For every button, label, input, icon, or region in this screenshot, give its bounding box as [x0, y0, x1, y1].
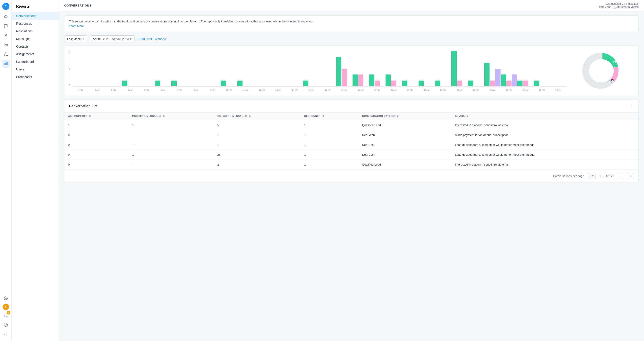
cell-assignments: 0 [64, 140, 129, 150]
cell-responses: 1 [301, 130, 358, 140]
y-label-6: 6 [69, 51, 70, 53]
cell-category: Qualified Lead [358, 120, 451, 130]
x-label: 27 Apr [501, 89, 517, 91]
nav-icon-settings[interactable] [2, 294, 10, 303]
bar-group [89, 51, 105, 86]
x-label: 3 Apr [106, 89, 122, 91]
bar-group [303, 51, 319, 86]
sidebar-item-users[interactable]: Users [12, 65, 58, 73]
svg-rect-4 [6, 55, 8, 56]
x-label: 25 Apr [468, 89, 484, 91]
bar-group [221, 51, 237, 86]
x-label: 1 Apr [72, 89, 89, 91]
user-avatar[interactable]: Y [3, 304, 9, 310]
svg-rect-3 [4, 55, 5, 56]
prev-page-button[interactable]: ‹ [618, 173, 624, 179]
learn-more-link[interactable]: Learn More [69, 24, 84, 27]
cell-outgoing_messages: 2 [214, 160, 301, 170]
cell-summary: Lead decided that a competitor would bet… [451, 150, 638, 160]
sidebar-item-broadcasts[interactable]: Broadcasts [12, 73, 58, 81]
bar-teal [517, 80, 522, 87]
x-label: 18 Apr [352, 89, 369, 91]
cell-assignments: 0 [64, 160, 129, 170]
sidebar-item-conversations[interactable]: Conversations [12, 12, 58, 20]
col-outgoing[interactable]: OUTGOING MESSAGES ⇅ [214, 112, 301, 120]
description-text: This report helps to gain insights into … [69, 20, 313, 23]
cell-responses: 1 [301, 160, 358, 170]
content-area: This report helps to gain insights into … [59, 11, 644, 187]
sidebar-title: Reports [12, 3, 58, 12]
bar-teal [352, 74, 358, 86]
next-page-button[interactable]: › [628, 173, 634, 179]
nav-icon-contacts[interactable] [2, 31, 10, 39]
bar-teal [402, 80, 407, 87]
chart-bars [72, 51, 566, 87]
x-label: 12 Apr [254, 89, 270, 91]
bar-group [171, 51, 188, 86]
bar-group [402, 51, 418, 86]
date-chevron-icon: ▾ [130, 37, 132, 41]
sidebar-item-messages[interactable]: Messages [12, 35, 58, 43]
per-page-select[interactable]: 5 ▾ [588, 173, 596, 179]
y-label-0: 0 [69, 84, 70, 87]
bar-teal [484, 63, 490, 86]
table-row[interactable]: 0—11Deal WonMade payment for an annual s… [64, 130, 638, 140]
bar-group [287, 51, 303, 86]
clear-all-button[interactable]: Clear All [155, 37, 166, 41]
bar-group [468, 51, 484, 86]
sidebar-item-resolutions[interactable]: Resolutions [12, 27, 58, 35]
sidebar-item-leaderboard[interactable]: Leaderboard [12, 58, 58, 65]
cell-assignments: 1 [64, 120, 129, 130]
add-filter-button[interactable]: + Add Filter [137, 37, 152, 41]
bar-group [435, 51, 451, 86]
svg-text:29.3%: 29.3% [613, 61, 620, 63]
x-label: 7 Apr [171, 89, 188, 91]
sidebar-item-assignments[interactable]: Assignments [12, 50, 58, 58]
sidebar-item-responses[interactable]: Responses [12, 20, 58, 27]
sort-icon-responses: ⇅ [322, 115, 324, 117]
x-label: 11 Apr [237, 89, 254, 91]
cell-category: Deal Lost [358, 150, 451, 160]
bar-pink [342, 69, 347, 87]
bar-teal [534, 80, 539, 87]
conversations-table: ASSIGNMENTS ⇅ INCOMING MESSAGES ⇅ OUTGOI… [64, 112, 638, 169]
cell-outgoing_messages: 1 [214, 140, 301, 150]
cell-incoming_messages: — [129, 140, 214, 150]
col-responses[interactable]: RESPONSES ⇅ [301, 112, 358, 120]
bar-teal [501, 74, 506, 86]
x-label: 13 Apr [270, 89, 286, 91]
more-options-button[interactable]: ⋮ [630, 103, 634, 108]
bar-group [451, 51, 468, 86]
table-row[interactable]: 0—11Deal LostLead decided that a competi… [64, 140, 638, 150]
date-range-filter[interactable]: Apr 01, 2023 - Apr 30, 2023 ▾ [90, 35, 134, 42]
nav-icon-chat[interactable] [2, 22, 10, 30]
table-row[interactable]: 1151Qualified LeadInterested in platform… [64, 120, 638, 130]
bar-purple [495, 69, 500, 87]
period-filter[interactable]: Last Month ▾ [64, 35, 87, 42]
notification-badge: 3 [7, 311, 10, 315]
col-assignments[interactable]: ASSIGNMENTS ⇅ [64, 112, 129, 120]
filters-row: Last Month ▾ Apr 01, 2023 - Apr 30, 2023… [64, 35, 638, 42]
col-incoming[interactable]: INCOMING MESSAGES ⇅ [129, 112, 214, 120]
nav-icon-home[interactable] [2, 12, 10, 21]
table-row[interactable]: 01251Deal LostLead decided that a compet… [64, 150, 638, 160]
nav-icon-help[interactable] [2, 321, 10, 329]
x-label: 10 Apr [221, 89, 237, 91]
nav-icon-broadcast[interactable] [2, 41, 10, 49]
nav-icon-reports[interactable] [2, 60, 10, 68]
bar-group [188, 51, 204, 86]
nav-icon-tree[interactable] [2, 50, 10, 58]
bar-teal [237, 80, 242, 87]
table-row[interactable]: 0—21Qualified LeadInterested in platform… [64, 160, 638, 170]
cell-summary: Interested in platform, send intro via e… [451, 120, 638, 130]
bar-group [204, 51, 220, 86]
nav-icon-check[interactable] [2, 330, 10, 338]
bar-group [534, 51, 550, 86]
sidebar-item-contacts[interactable]: Contacts [12, 43, 58, 50]
chart-y-labels: 6 3 0 [69, 51, 70, 87]
app-avatar: C [2, 3, 10, 10]
bar-group [352, 51, 369, 86]
notification-bell-wrap: 3 [2, 311, 10, 320]
bar-teal [435, 80, 440, 87]
bar-group [122, 51, 138, 86]
